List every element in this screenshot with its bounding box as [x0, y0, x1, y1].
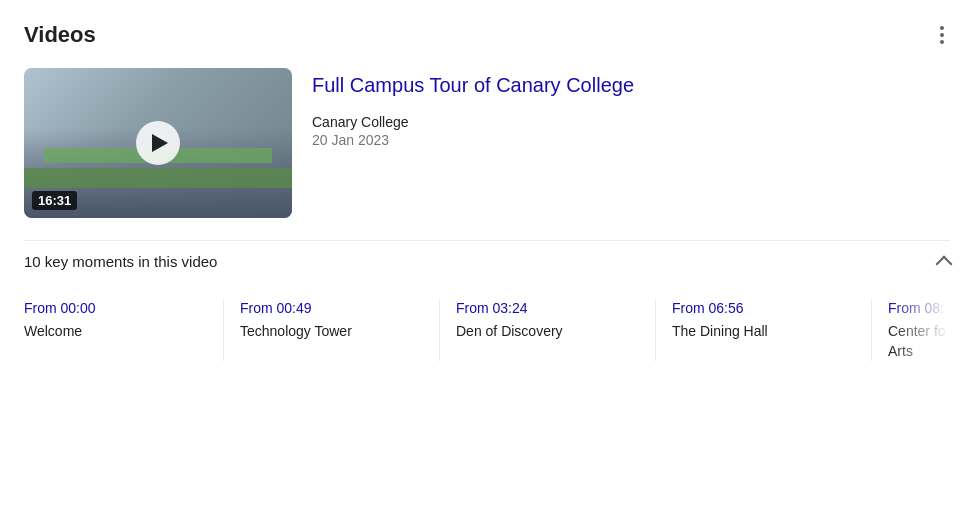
section-title: Videos: [24, 22, 96, 48]
moment-label-2: Den of Discovery: [456, 322, 639, 342]
videos-section: Videos 16:31 Full Campus Tour of Canary …: [24, 20, 950, 361]
moment-time-1[interactable]: From 00:49: [240, 300, 423, 316]
video-thumbnail[interactable]: 16:31: [24, 68, 292, 218]
moments-row: From 00:00 Welcome From 00:49 Technology…: [24, 300, 950, 361]
moment-time-4[interactable]: From 08:: [888, 300, 950, 316]
moment-time-2[interactable]: From 03:24: [456, 300, 639, 316]
moment-item-1: From 00:49 Technology Tower: [240, 300, 440, 361]
moment-time-0[interactable]: From 00:00: [24, 300, 207, 316]
play-button[interactable]: [136, 121, 180, 165]
moment-label-1: Technology Tower: [240, 322, 423, 342]
channel-name: Canary College: [312, 114, 634, 130]
moment-time-3[interactable]: From 06:56: [672, 300, 855, 316]
video-date: 20 Jan 2023: [312, 132, 634, 148]
play-icon: [152, 134, 168, 152]
moment-label-3: The Dining Hall: [672, 322, 855, 342]
key-moments-label: 10 key moments in this video: [24, 253, 217, 270]
more-options-button[interactable]: [934, 20, 950, 50]
moment-item-4: From 08: Center foArts: [888, 300, 950, 361]
moment-label-0: Welcome: [24, 322, 207, 342]
video-info: Full Campus Tour of Canary College Canar…: [312, 68, 634, 218]
video-duration: 16:31: [32, 191, 77, 210]
key-moments-toggle[interactable]: 10 key moments in this video: [24, 240, 950, 282]
video-card: 16:31 Full Campus Tour of Canary College…: [24, 68, 950, 218]
video-title-link[interactable]: Full Campus Tour of Canary College: [312, 72, 634, 98]
moment-item-3: From 06:56 The Dining Hall: [672, 300, 872, 361]
section-header: Videos: [24, 20, 950, 50]
moment-label-4: Center foArts: [888, 322, 950, 361]
moment-item-2: From 03:24 Den of Discovery: [456, 300, 656, 361]
moment-item-0: From 00:00 Welcome: [24, 300, 224, 361]
collapse-icon: [936, 255, 953, 272]
